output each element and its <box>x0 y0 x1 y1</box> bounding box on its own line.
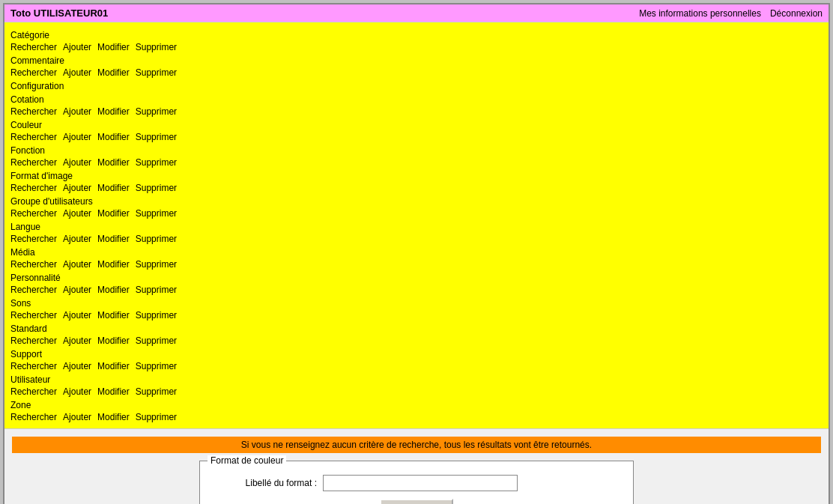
section-title-14: Utilisateur <box>10 374 823 385</box>
action-ajouter-8[interactable]: Ajouter <box>63 234 91 244</box>
action-modifier-9[interactable]: Modifier <box>97 259 130 270</box>
action-modifier-1[interactable]: Modifier <box>97 67 130 78</box>
action-supprimer-4[interactable]: Supprimer <box>136 132 177 142</box>
action-rechercher-1[interactable]: Rechercher <box>10 67 57 78</box>
section-title-13: Support <box>10 349 823 359</box>
search-form: Format de couleur Libellé du format : Re… <box>199 461 634 504</box>
section-title-9: Média <box>10 247 823 258</box>
action-modifier-12[interactable]: Modifier <box>97 336 130 346</box>
action-modifier-6[interactable]: Modifier <box>97 183 130 193</box>
action-ajouter-13[interactable]: Ajouter <box>63 361 91 371</box>
section-actions-13: RechercherAjouterModifierSupprimer <box>10 361 823 371</box>
section-actions-15: RechercherAjouterModifierSupprimer <box>10 412 823 422</box>
action-ajouter-5[interactable]: Ajouter <box>63 157 91 168</box>
action-modifier-4[interactable]: Modifier <box>97 132 130 142</box>
header-links: Mes informations personnelles Déconnexio… <box>639 8 823 19</box>
action-supprimer-8[interactable]: Supprimer <box>136 234 177 244</box>
section-actions-7: RechercherAjouterModifierSupprimer <box>10 208 823 219</box>
action-modifier-11[interactable]: Modifier <box>97 310 130 321</box>
section-title-5: Fonction <box>10 145 823 156</box>
section-title-12: Standard <box>10 324 823 334</box>
bottom-area: Si vous ne renseignez aucun critère de r… <box>4 428 829 504</box>
action-rechercher-9[interactable]: Rechercher <box>10 259 57 270</box>
action-rechercher-13[interactable]: Rechercher <box>10 361 57 371</box>
section-actions-12: RechercherAjouterModifierSupprimer <box>10 336 823 346</box>
header: Toto UTILISATEUR01 Mes informations pers… <box>4 4 829 22</box>
section-actions-3: RechercherAjouterModifierSupprimer <box>10 106 823 117</box>
action-rechercher-7[interactable]: Rechercher <box>10 208 57 219</box>
section-actions-0: RechercherAjouterModifierSupprimer <box>10 42 823 52</box>
action-supprimer-0[interactable]: Supprimer <box>136 42 177 52</box>
action-rechercher-4[interactable]: Rechercher <box>10 132 57 142</box>
action-supprimer-6[interactable]: Supprimer <box>136 183 177 193</box>
my-info-link[interactable]: Mes informations personnelles <box>639 8 761 19</box>
action-modifier-15[interactable]: Modifier <box>97 412 130 422</box>
action-rechercher-14[interactable]: Rechercher <box>10 386 57 397</box>
section-title-7: Groupe d'utilisateurs <box>10 196 823 207</box>
section-title-11: Sons <box>10 298 823 309</box>
action-ajouter-10[interactable]: Ajouter <box>63 285 91 295</box>
action-modifier-10[interactable]: Modifier <box>97 285 130 295</box>
section-title-1: Commentaire <box>10 55 823 66</box>
action-rechercher-11[interactable]: Rechercher <box>10 310 57 321</box>
action-supprimer-3[interactable]: Supprimer <box>136 106 177 117</box>
action-ajouter-0[interactable]: Ajouter <box>63 42 91 52</box>
action-ajouter-14[interactable]: Ajouter <box>63 386 91 397</box>
action-ajouter-7[interactable]: Ajouter <box>63 208 91 219</box>
action-rechercher-15[interactable]: Rechercher <box>10 412 57 422</box>
libelle-input[interactable] <box>323 475 518 491</box>
action-supprimer-10[interactable]: Supprimer <box>136 285 177 295</box>
action-modifier-3[interactable]: Modifier <box>97 106 130 117</box>
action-ajouter-9[interactable]: Ajouter <box>63 259 91 270</box>
section-actions-9: RechercherAjouterModifierSupprimer <box>10 259 823 270</box>
action-rechercher-0[interactable]: Rechercher <box>10 42 57 52</box>
action-supprimer-11[interactable]: Supprimer <box>136 310 177 321</box>
action-rechercher-10[interactable]: Rechercher <box>10 285 57 295</box>
action-modifier-13[interactable]: Modifier <box>97 361 130 371</box>
section-actions-8: RechercherAjouterModifierSupprimer <box>10 234 823 244</box>
action-supprimer-1[interactable]: Supprimer <box>136 67 177 78</box>
form-submit-row: Rechercher <box>212 499 621 504</box>
action-ajouter-15[interactable]: Ajouter <box>63 412 91 422</box>
action-ajouter-6[interactable]: Ajouter <box>63 183 91 193</box>
action-supprimer-13[interactable]: Supprimer <box>136 361 177 371</box>
action-supprimer-9[interactable]: Supprimer <box>136 259 177 270</box>
search-submit-button[interactable]: Rechercher <box>380 499 453 504</box>
logout-link[interactable]: Déconnexion <box>770 8 823 19</box>
action-supprimer-5[interactable]: Supprimer <box>136 157 177 168</box>
content-area: CatégorieRechercherAjouterModifierSuppri… <box>4 22 829 428</box>
form-row-label: Libellé du format : <box>212 475 621 491</box>
action-modifier-14[interactable]: Modifier <box>97 386 130 397</box>
action-supprimer-12[interactable]: Supprimer <box>136 336 177 346</box>
warning-bar: Si vous ne renseignez aucun critère de r… <box>12 437 821 453</box>
action-modifier-0[interactable]: Modifier <box>97 42 130 52</box>
action-ajouter-3[interactable]: Ajouter <box>63 106 91 117</box>
section-title-15: Zone <box>10 400 823 410</box>
action-rechercher-8[interactable]: Rechercher <box>10 234 57 244</box>
action-rechercher-6[interactable]: Rechercher <box>10 183 57 193</box>
section-title-8: Langue <box>10 222 823 232</box>
app-title: Toto UTILISATEUR01 <box>10 7 108 19</box>
section-title-10: Personnalité <box>10 273 823 283</box>
action-supprimer-7[interactable]: Supprimer <box>136 208 177 219</box>
action-modifier-8[interactable]: Modifier <box>97 234 130 244</box>
action-ajouter-1[interactable]: Ajouter <box>63 67 91 78</box>
section-actions-4: RechercherAjouterModifierSupprimer <box>10 132 823 142</box>
action-ajouter-4[interactable]: Ajouter <box>63 132 91 142</box>
section-title-2: Configuration <box>10 81 823 91</box>
section-title-0: Catégorie <box>10 30 823 40</box>
action-rechercher-3[interactable]: Rechercher <box>10 106 57 117</box>
action-modifier-7[interactable]: Modifier <box>97 208 130 219</box>
form-label-libelle: Libellé du format : <box>212 478 317 488</box>
action-supprimer-14[interactable]: Supprimer <box>136 386 177 397</box>
action-modifier-5[interactable]: Modifier <box>97 157 130 168</box>
section-actions-1: RechercherAjouterModifierSupprimer <box>10 67 823 78</box>
section-actions-11: RechercherAjouterModifierSupprimer <box>10 310 823 321</box>
action-ajouter-12[interactable]: Ajouter <box>63 336 91 346</box>
action-rechercher-5[interactable]: Rechercher <box>10 157 57 168</box>
action-supprimer-15[interactable]: Supprimer <box>136 412 177 422</box>
action-rechercher-12[interactable]: Rechercher <box>10 336 57 346</box>
section-actions-14: RechercherAjouterModifierSupprimer <box>10 386 823 397</box>
action-ajouter-11[interactable]: Ajouter <box>63 310 91 321</box>
section-actions-5: RechercherAjouterModifierSupprimer <box>10 157 823 168</box>
